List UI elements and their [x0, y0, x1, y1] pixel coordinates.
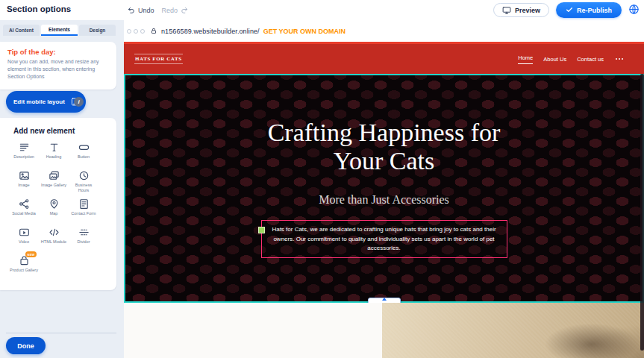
element-label: Button	[78, 154, 90, 160]
undo-button[interactable]: Undo	[127, 6, 154, 14]
contact-form-icon	[78, 198, 90, 210]
element-label: Description	[13, 154, 34, 160]
hero-title[interactable]: Crafting Happiness for Your Cats	[246, 119, 522, 175]
site-url: n1566589.websitebuilder.online/	[161, 28, 260, 35]
tip-body: Now you can add, move and resize any ele…	[7, 58, 109, 81]
monitor-icon	[502, 6, 511, 15]
tip-card: Tip of the day: Now you can add, move an…	[0, 42, 116, 90]
sidebar-divider	[6, 333, 116, 333]
social-media-icon	[18, 198, 30, 210]
element-label: Heading	[46, 154, 62, 160]
add-element-html-module[interactable]: HTML Module	[39, 226, 69, 254]
site-nav: Home About Us Contact us	[518, 54, 625, 64]
get-domain-link[interactable]: GET YOUR OWN DOMAIN	[263, 28, 346, 35]
business-hours-icon	[78, 169, 90, 181]
divider-icon	[78, 226, 90, 238]
tab-ai-content[interactable]: AI Content	[3, 25, 40, 36]
hero-paragraph[interactable]: Hats for Cats, we are dedicated to craft…	[261, 220, 507, 258]
edit-mobile-label: Edit mobile layout	[13, 98, 65, 105]
heading-icon	[48, 141, 60, 153]
add-element-product-gallery[interactable]: NEW Product Gallery	[9, 254, 39, 283]
language-globe-button[interactable]	[628, 4, 640, 17]
preview-scrollbar[interactable]	[640, 74, 644, 351]
redo-label: Redo	[162, 7, 178, 14]
add-element-social-media[interactable]: Social Media	[9, 198, 39, 226]
video-icon	[18, 226, 30, 238]
republish-button[interactable]: Re-Publish	[556, 2, 622, 18]
new-badge: NEW	[25, 251, 37, 257]
site-logo[interactable]: HATS FOR CATS	[134, 54, 183, 64]
site-header[interactable]: HATS FOR CATS Home About Us Contact us	[124, 44, 644, 74]
add-element-heading[interactable]: Heading	[39, 141, 69, 169]
nav-home[interactable]: Home	[518, 54, 533, 64]
undo-icon	[127, 6, 135, 14]
nav-contact-us[interactable]: Contact us	[577, 56, 604, 63]
add-element-map[interactable]: Map	[39, 198, 69, 226]
hero-paragraph-text: Hats for Cats, we are dedicated to craft…	[272, 226, 495, 251]
window-dot	[140, 29, 145, 34]
preview-label: Preview	[515, 7, 540, 14]
html-module-icon	[48, 226, 60, 238]
element-label: Image	[18, 183, 29, 188]
add-element-panel: Add new element Description Heading Butt…	[0, 118, 116, 290]
globe-icon	[628, 4, 640, 17]
undo-redo-group: Undo Redo	[127, 0, 189, 20]
browser-bar: n1566589.websitebuilder.online/ GET YOUR…	[124, 20, 644, 42]
app: Section options Undo Redo Preview Re-Pub…	[0, 0, 644, 358]
section-background-image	[382, 303, 644, 358]
add-element-business-hours[interactable]: Business Hours	[69, 169, 99, 198]
element-label: Social Media	[12, 211, 36, 216]
add-element-description[interactable]: Description	[9, 141, 39, 169]
info-button[interactable]: i	[74, 97, 84, 107]
element-label: Video	[19, 239, 29, 245]
site-preview: HATS FOR CATS Home About Us Contact us C…	[124, 42, 644, 358]
check-icon	[566, 6, 573, 15]
element-drag-handle[interactable]	[258, 227, 265, 233]
add-element-button[interactable]: Button	[69, 141, 99, 169]
sidebar-tabs: AI Content Elements Design	[3, 25, 116, 36]
preview-button[interactable]: Preview	[493, 3, 549, 17]
element-label: Image Gallery	[41, 183, 66, 188]
element-label: Map	[50, 211, 58, 216]
element-label: HTML Module	[41, 239, 66, 245]
hero-section[interactable]: Crafting Happiness for Your Cats More th…	[124, 74, 644, 303]
undo-label: Undo	[138, 7, 154, 14]
next-section[interactable]	[124, 303, 644, 358]
window-dot	[134, 29, 138, 34]
tip-title: Tip of the day:	[7, 48, 109, 56]
republish-label: Re-Publish	[577, 7, 612, 14]
topbar: Section options Undo Redo Preview Re-Pub…	[0, 0, 644, 20]
topbar-actions: Preview Re-Publish	[493, 0, 640, 20]
tab-design[interactable]: Design	[79, 25, 116, 36]
hero-subtitle[interactable]: More than Just Accessories	[125, 193, 643, 207]
image-icon	[18, 169, 30, 181]
add-element-image[interactable]: Image	[9, 169, 39, 198]
redo-icon	[181, 6, 189, 14]
editor-canvas: n1566589.websitebuilder.online/ GET YOUR…	[124, 20, 644, 358]
add-element-video[interactable]: Video	[9, 226, 39, 254]
button-icon	[78, 141, 90, 153]
product-gallery-icon: NEW	[18, 254, 30, 266]
done-button[interactable]: Done	[6, 337, 46, 354]
element-label: Business Hours	[69, 183, 98, 193]
add-element-image-gallery[interactable]: Image Gallery	[39, 169, 69, 198]
description-icon	[18, 141, 30, 153]
element-label: Divider	[77, 239, 90, 245]
sidebar: AI Content Elements Design Tip of the da…	[0, 20, 124, 358]
image-gallery-icon	[48, 169, 60, 181]
add-element-title: Add new element	[13, 127, 116, 135]
element-label: Contact Form	[71, 211, 96, 216]
window-dot	[127, 29, 131, 34]
element-label: Product Gallery	[10, 268, 38, 273]
map-pin-icon	[48, 198, 60, 210]
tab-elements[interactable]: Elements	[41, 25, 78, 36]
nav-more-icon[interactable]	[614, 57, 625, 61]
add-element-divider[interactable]: Divider	[69, 226, 99, 254]
redo-button[interactable]: Redo	[162, 6, 190, 14]
panel-title: Section options	[7, 4, 71, 13]
lock-icon	[150, 27, 157, 35]
add-element-contact-form[interactable]: Contact Form	[69, 198, 99, 226]
nav-about-us[interactable]: About Us	[543, 56, 566, 63]
element-grid: Description Heading Button Image Image G…	[9, 141, 116, 283]
